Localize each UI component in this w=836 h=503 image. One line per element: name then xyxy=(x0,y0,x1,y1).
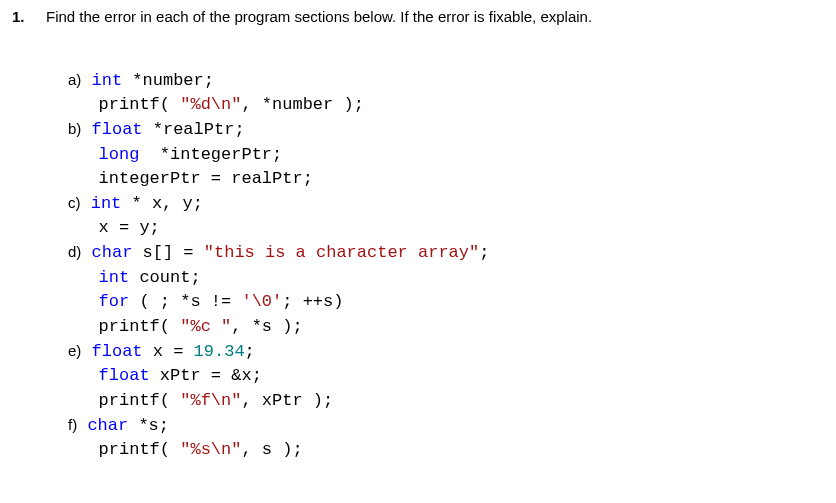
number-literal: 19.34 xyxy=(194,342,245,361)
code-text: *number; xyxy=(122,71,214,90)
code-text: printf( xyxy=(99,317,181,336)
part-a-label: a) xyxy=(68,71,81,88)
keyword-int: int xyxy=(92,71,123,90)
code-text: s[] = xyxy=(132,243,203,262)
part-d-label: d) xyxy=(68,243,81,260)
question-number: 1. xyxy=(12,8,30,26)
part-c-label: c) xyxy=(68,194,81,211)
part-e-label: e) xyxy=(68,342,81,359)
keyword-float: float xyxy=(92,120,143,139)
code-text: x = xyxy=(143,342,194,361)
keyword-int: int xyxy=(91,194,122,213)
keyword-char: char xyxy=(87,416,128,435)
string-literal: "this is a character array" xyxy=(204,243,479,262)
code-text: printf( xyxy=(99,95,181,114)
question-line: 1. Find the error in each of the program… xyxy=(12,8,824,26)
code-text: ; xyxy=(479,243,489,262)
part-b-label: b) xyxy=(68,120,81,137)
code-text: * x, y; xyxy=(121,194,203,213)
code-text: printf( xyxy=(99,391,181,410)
code-block: a) int *number; printf( "%d\n", *number … xyxy=(68,44,824,463)
code-text: printf( xyxy=(99,440,181,459)
part-f-label: f) xyxy=(68,416,77,433)
string-literal: "%s\n" xyxy=(180,440,241,459)
keyword-for: for xyxy=(99,292,130,311)
code-text: , *number ); xyxy=(241,95,363,114)
code-text: ; ++s) xyxy=(282,292,343,311)
question-text: Find the error in each of the program se… xyxy=(46,8,592,26)
keyword-float: float xyxy=(99,366,150,385)
code-text: xPtr = &x; xyxy=(150,366,262,385)
code-text: x = y; xyxy=(99,218,160,237)
keyword-int: int xyxy=(99,268,130,287)
code-text: ; xyxy=(245,342,255,361)
code-text: , s ); xyxy=(241,440,302,459)
string-literal: "%d\n" xyxy=(180,95,241,114)
code-text: *s; xyxy=(128,416,169,435)
keyword-float: float xyxy=(92,342,143,361)
code-text: , xPtr ); xyxy=(241,391,333,410)
char-literal: '\0' xyxy=(241,292,282,311)
code-text: *realPtr; xyxy=(143,120,245,139)
keyword-long: long xyxy=(99,145,140,164)
keyword-char: char xyxy=(92,243,133,262)
string-literal: "%c " xyxy=(180,317,231,336)
code-text: , *s ); xyxy=(231,317,302,336)
code-text: ( ; *s != xyxy=(129,292,241,311)
code-text: integerPtr = realPtr; xyxy=(99,169,313,188)
code-text: count; xyxy=(129,268,200,287)
string-literal: "%f\n" xyxy=(180,391,241,410)
code-text: *integerPtr; xyxy=(139,145,282,164)
